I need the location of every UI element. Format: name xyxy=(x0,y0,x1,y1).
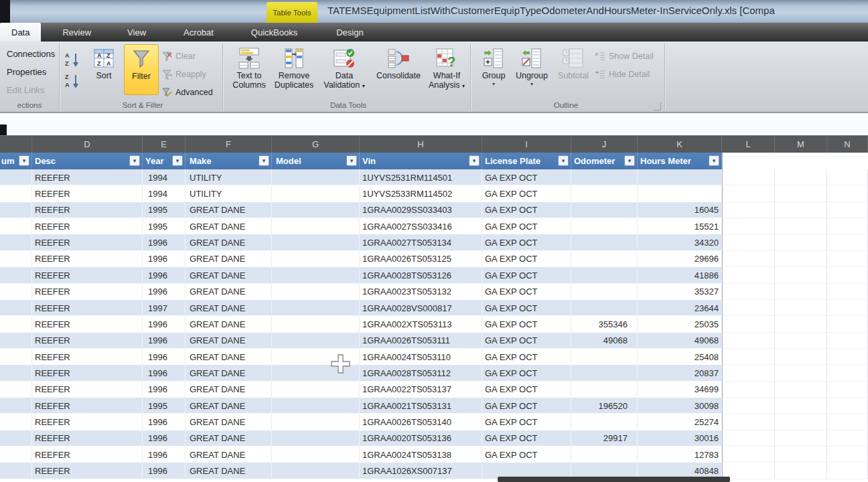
cell-odometer[interactable] xyxy=(571,365,638,381)
cell-empty[interactable] xyxy=(775,365,827,381)
cell-year[interactable]: 1996 xyxy=(143,463,186,479)
column-letter[interactable]: L xyxy=(722,136,775,153)
cell-empty[interactable] xyxy=(827,414,868,430)
cell-desc[interactable]: REEFER xyxy=(32,382,143,398)
cell-hours[interactable]: 35327 xyxy=(638,284,722,300)
cell-empty[interactable] xyxy=(775,463,827,479)
consolidate-button[interactable]: Consolidate xyxy=(371,44,426,80)
edit-links-button[interactable]: Edit Links xyxy=(7,84,44,95)
cell-stub[interactable] xyxy=(0,316,32,332)
sort-descending-button[interactable]: Z A xyxy=(64,72,82,92)
tab-design[interactable]: Design xyxy=(327,23,372,42)
cell-hours[interactable]: 30016 xyxy=(638,430,722,447)
cell-vin[interactable]: 1GRAA0026TS053140 xyxy=(360,414,482,430)
cell-model[interactable] xyxy=(272,284,360,300)
cell-hours[interactable]: 30098 xyxy=(638,398,722,414)
cell-empty[interactable] xyxy=(722,365,775,381)
cell-plate[interactable]: GA EXP OCT xyxy=(482,333,571,349)
cell-model[interactable] xyxy=(272,234,360,250)
cell-year[interactable]: 1996 xyxy=(143,333,186,349)
cell-vin[interactable]: 1GRAA0028VS000817 xyxy=(360,300,482,316)
cell-plate[interactable]: GA EXP OCT xyxy=(482,234,571,250)
cell-odometer[interactable] xyxy=(571,349,638,365)
column-letter[interactable]: N xyxy=(827,136,868,153)
filter-dropdown-button[interactable]: ▾ xyxy=(19,155,29,166)
cell-odometer[interactable] xyxy=(571,382,638,398)
cell-model[interactable] xyxy=(272,398,360,414)
cell-empty[interactable] xyxy=(775,447,827,463)
cell-desc[interactable]: REEFER xyxy=(32,333,143,349)
cell-odometer[interactable] xyxy=(571,202,638,218)
cell-empty[interactable] xyxy=(827,185,868,202)
cell-make[interactable]: GREAT DANE xyxy=(186,365,272,381)
cell-desc[interactable]: REEFER xyxy=(32,447,143,463)
cell-empty[interactable] xyxy=(827,365,868,381)
cell-desc[interactable]: REEFER xyxy=(32,349,143,365)
cell-empty[interactable] xyxy=(775,218,827,234)
cell-vin[interactable]: 1UYVS2533RM114502 xyxy=(360,185,482,202)
cell-plate[interactable]: GA EXP OCT xyxy=(482,218,571,234)
cell-plate[interactable]: GA EXP OCT xyxy=(482,382,571,398)
cell-odometer[interactable]: 49068 xyxy=(571,333,638,349)
cell-make[interactable]: GREAT DANE xyxy=(186,349,272,365)
cell-year[interactable]: 1996 xyxy=(143,284,186,300)
cell-odometer[interactable]: 355346 xyxy=(571,316,638,332)
cell-plate[interactable]: GA EXP OCT xyxy=(482,398,571,414)
cell-year[interactable]: 1994 xyxy=(143,185,186,202)
cell-vin[interactable]: 1GRAA0026TS053111 xyxy=(360,333,482,349)
cell-empty[interactable] xyxy=(775,185,827,202)
cell-vin[interactable]: 1GRAA1026XS007137 xyxy=(360,463,482,479)
cell-empty[interactable] xyxy=(722,185,775,202)
cell-vin[interactable]: 1GRAA0021TS053131 xyxy=(360,398,482,414)
column-letter[interactable]: G xyxy=(272,136,360,153)
cell-empty[interactable] xyxy=(827,251,868,267)
cell-odometer[interactable] xyxy=(571,234,638,250)
cell-empty[interactable] xyxy=(775,382,827,398)
cell-empty[interactable] xyxy=(775,398,827,414)
cell-desc[interactable]: REEFER xyxy=(32,430,143,447)
cell-model[interactable] xyxy=(272,447,360,463)
cell-empty[interactable] xyxy=(775,333,827,349)
cell-hours[interactable]: 49068 xyxy=(638,333,722,349)
cell-plate[interactable]: GA EXP OCT xyxy=(482,251,571,267)
cell-make[interactable]: GREAT DANE xyxy=(186,447,272,463)
cell-odometer[interactable]: 196520 xyxy=(571,398,638,414)
cell-desc[interactable]: REEFER xyxy=(32,365,143,381)
column-letter[interactable]: F xyxy=(186,136,272,153)
cell-hours[interactable]: 25408 xyxy=(638,349,722,365)
cell-empty[interactable] xyxy=(775,316,827,332)
cell-empty[interactable] xyxy=(827,234,868,250)
text-to-columns-button[interactable]: Text to Columns xyxy=(227,44,271,90)
cell-desc[interactable]: REEFER xyxy=(32,398,143,414)
cell-hours[interactable]: 34699 xyxy=(638,382,722,398)
cell-empty[interactable] xyxy=(722,316,775,332)
cell-plate[interactable]: GA EXP OCT xyxy=(482,169,571,185)
cell-make[interactable]: GREAT DANE xyxy=(186,316,272,332)
cell-model[interactable] xyxy=(272,382,360,398)
sort-button[interactable]: A Z Z A Sort xyxy=(86,44,122,80)
cell-model[interactable] xyxy=(272,202,360,218)
cell-desc[interactable]: REEFER xyxy=(32,300,143,316)
cell-stub[interactable] xyxy=(0,463,32,479)
cell-empty[interactable] xyxy=(722,267,775,283)
cell-year[interactable]: 1995 xyxy=(143,218,186,234)
cell-stub[interactable] xyxy=(0,202,32,218)
cell-odometer[interactable] xyxy=(571,447,638,463)
reapply-filter-button[interactable]: Reapply xyxy=(162,68,206,80)
cell-hours[interactable]: 25035 xyxy=(638,316,722,332)
cell-odometer[interactable] xyxy=(571,300,638,316)
outline-dialog-launcher[interactable] xyxy=(653,102,661,110)
cell-desc[interactable]: REEFER xyxy=(32,234,143,250)
cell-model[interactable] xyxy=(272,365,360,381)
cell-make[interactable]: GREAT DANE xyxy=(186,218,272,234)
table-tools-context-header[interactable]: Table Tools xyxy=(267,2,317,23)
cell-vin[interactable]: 1GRAA0022TS053137 xyxy=(360,382,482,398)
what-if-analysis-button[interactable]: ? What-If Analysis ▾ xyxy=(426,44,467,90)
column-letter[interactable]: M xyxy=(775,136,827,153)
cell-odometer[interactable] xyxy=(571,218,638,234)
cell-hours[interactable]: 16045 xyxy=(638,202,722,218)
cell-hours[interactable]: 20837 xyxy=(638,365,722,381)
cell-make[interactable]: GREAT DANE xyxy=(186,300,272,316)
cell-empty[interactable] xyxy=(827,202,868,218)
cell-plate[interactable]: GA EXP OCT xyxy=(482,284,571,300)
